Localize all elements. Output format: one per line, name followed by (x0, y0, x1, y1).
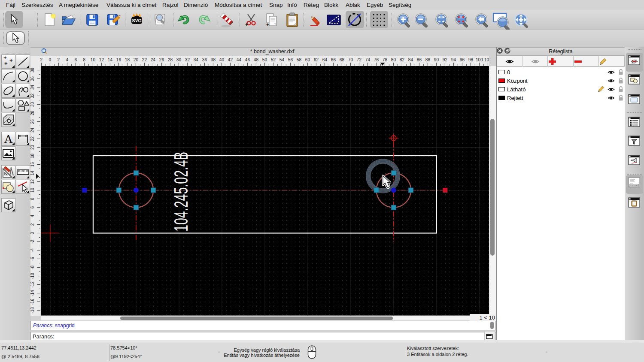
svg-text:18: 18 (30, 154, 35, 159)
svg-text:88: 88 (425, 57, 431, 62)
svg-text:66: 66 (331, 57, 336, 62)
svg-text:2: 2 (58, 57, 60, 62)
svg-text:32: 32 (30, 94, 35, 99)
svg-text:44: 44 (237, 57, 242, 62)
svg-text:36: 36 (202, 57, 207, 62)
svg-text:56: 56 (288, 57, 293, 62)
svg-text:2: 2 (40, 57, 43, 62)
svg-text:24: 24 (151, 57, 156, 62)
svg-text:4: 4 (30, 214, 35, 217)
svg-text:16: 16 (30, 162, 35, 167)
svg-text:24: 24 (30, 128, 35, 133)
svg-text:28: 28 (168, 57, 173, 62)
svg-text:22: 22 (30, 136, 35, 142)
svg-text:64: 64 (322, 57, 328, 62)
svg-text:70: 70 (348, 57, 353, 62)
svg-text:36: 36 (30, 76, 35, 81)
svg-text:54: 54 (279, 57, 285, 62)
svg-text:78: 78 (383, 57, 388, 62)
svg-text:12: 12 (30, 179, 35, 184)
svg-text:96: 96 (460, 57, 465, 62)
svg-text:82: 82 (400, 57, 405, 62)
svg-text:10: 10 (91, 57, 96, 62)
svg-text:4: 4 (66, 57, 69, 62)
svg-text:-16: -16 (30, 299, 35, 305)
svg-text:100: 100 (476, 57, 483, 62)
svg-text:86: 86 (417, 57, 422, 62)
svg-text:58: 58 (297, 57, 302, 62)
svg-text:72: 72 (357, 57, 362, 62)
svg-text:8: 8 (30, 197, 35, 200)
svg-text:6: 6 (30, 206, 35, 208)
svg-text:34: 34 (30, 85, 35, 90)
svg-text:92: 92 (443, 57, 448, 62)
svg-text:42: 42 (228, 57, 233, 62)
svg-text:-4: -4 (30, 248, 35, 252)
svg-text:8: 8 (83, 57, 86, 62)
svg-text:68: 68 (340, 57, 345, 62)
svg-text:46: 46 (245, 57, 250, 62)
svg-text:90: 90 (434, 57, 439, 62)
svg-text:30: 30 (30, 102, 35, 107)
svg-text:20: 20 (30, 145, 35, 150)
svg-text:-2: -2 (30, 240, 35, 244)
svg-text:-6: -6 (30, 257, 35, 261)
svg-text:26: 26 (30, 119, 35, 124)
svg-text:6: 6 (75, 57, 77, 62)
svg-text:+: + (266, 22, 269, 27)
svg-text:0: 0 (49, 57, 52, 62)
svg-text:104.245.02.4B: 104.245.02.4B (170, 152, 191, 232)
svg-text:94: 94 (451, 57, 456, 62)
svg-text:102: 102 (484, 57, 489, 62)
svg-text:12: 12 (99, 57, 104, 62)
svg-text:28: 28 (30, 111, 35, 116)
svg-text:84: 84 (408, 57, 413, 62)
svg-text:-18: -18 (30, 307, 35, 314)
svg-text:38: 38 (30, 68, 35, 73)
svg-text:14: 14 (108, 57, 113, 62)
svg-text:SVG: SVG (132, 18, 141, 23)
svg-text:-10: -10 (30, 273, 35, 279)
svg-text:0: 0 (30, 232, 35, 234)
svg-text:-14: -14 (30, 290, 35, 296)
svg-text:52: 52 (271, 57, 276, 62)
svg-text:command: command (630, 184, 639, 187)
svg-text:+: + (245, 21, 248, 27)
svg-text:+: + (4, 60, 8, 66)
svg-text:48: 48 (254, 57, 259, 62)
svg-text:10: 10 (30, 188, 35, 193)
svg-text:40: 40 (219, 57, 225, 62)
svg-text:30: 30 (176, 57, 182, 62)
svg-text:38: 38 (211, 57, 216, 62)
svg-text:50: 50 (262, 57, 267, 62)
svg-text:-8: -8 (30, 265, 35, 269)
svg-text:98: 98 (468, 57, 474, 62)
svg-text:32: 32 (185, 57, 190, 62)
svg-text:74: 74 (365, 57, 371, 62)
svg-text:18: 18 (125, 57, 130, 62)
svg-text:20: 20 (134, 57, 139, 62)
svg-text:14: 14 (30, 171, 35, 176)
svg-text:2: 2 (30, 223, 35, 226)
svg-text:60: 60 (305, 57, 310, 62)
svg-text:26: 26 (159, 57, 164, 62)
svg-text:62: 62 (314, 57, 319, 62)
svg-text:34: 34 (194, 57, 199, 62)
svg-text:+: + (9, 57, 13, 63)
svg-text:76: 76 (374, 57, 379, 62)
svg-text:16: 16 (116, 57, 122, 62)
svg-text:80: 80 (391, 57, 396, 62)
svg-text:22: 22 (142, 57, 147, 62)
svg-text:-12: -12 (30, 281, 35, 288)
